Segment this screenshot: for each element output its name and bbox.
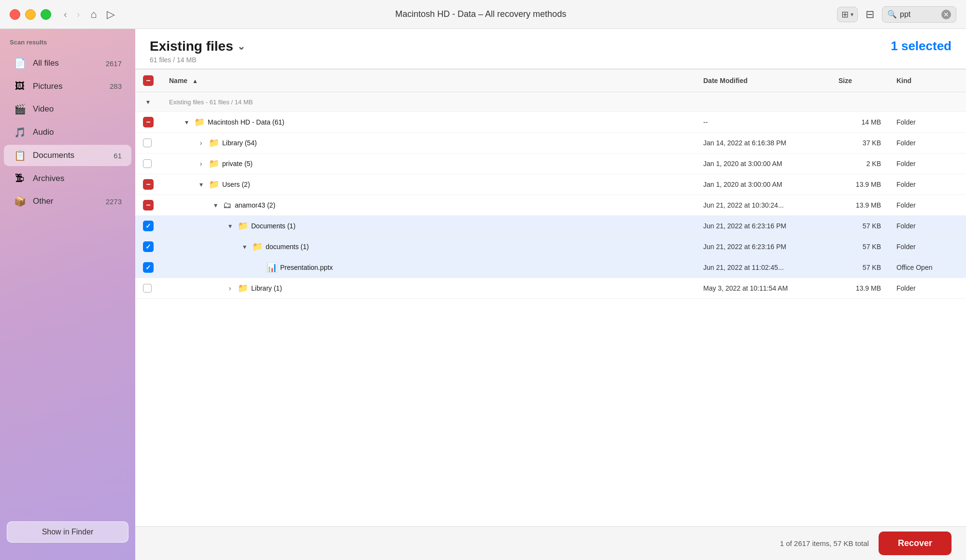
col-date-header[interactable]: Date Modified (696, 70, 831, 92)
table-row: ▾ 📁 Documents (1) Jun 21, 2022 at 6:23:1… (135, 216, 966, 237)
file-name: documents (1) (266, 243, 309, 251)
row-checkbox-empty[interactable] (143, 284, 152, 293)
content-title-area: Existing files ⌄ 61 files / 14 MB (150, 39, 245, 64)
sidebar-item-label: All files (33, 58, 99, 68)
file-table: Name ▲ Date Modified Size Kind ▾ (135, 69, 966, 299)
col-size-header[interactable]: Size (831, 70, 889, 92)
row-checkbox-cell[interactable] (135, 257, 161, 278)
content-area: Existing files ⌄ 61 files / 14 MB 1 sele… (135, 29, 966, 560)
row-name-cell: › 📁 Library (54) (161, 133, 696, 154)
row-expand-button[interactable]: ▾ (225, 221, 235, 231)
row-checkbox-cell[interactable] (135, 195, 161, 216)
folder-icon: 📁 (238, 283, 248, 294)
search-input[interactable] (900, 10, 938, 19)
row-date-cell: Jun 21, 2022 at 6:23:16 PM (696, 216, 831, 237)
other-icon: 📦 (14, 196, 26, 207)
group-header-row: ▾ Existing files - 61 files / 14 MB (135, 92, 966, 112)
row-expand-button[interactable]: ▾ (182, 117, 191, 127)
row-checkbox-check[interactable] (143, 241, 154, 252)
table-header-row: Name ▲ Date Modified Size Kind (135, 70, 966, 92)
row-expand-button[interactable]: › (196, 138, 206, 148)
filter-button[interactable]: ⊟ (866, 8, 874, 21)
sidebar-item-count: 283 (110, 82, 122, 90)
content-title-button[interactable]: Existing files ⌄ (150, 39, 245, 54)
file-name: Documents (1) (251, 222, 296, 230)
close-button[interactable] (10, 9, 20, 20)
row-checkbox-check[interactable] (143, 262, 154, 273)
row-expand-button[interactable]: ▾ (211, 200, 220, 210)
file-name: Presentation.pptx (280, 264, 333, 271)
sidebar-item-pictures[interactable]: 🖼 Pictures 283 (4, 76, 131, 97)
fullscreen-button[interactable] (41, 9, 51, 20)
content-title-text: Existing files (150, 39, 233, 54)
row-name-cell: 📊 Presentation.pptx (161, 257, 696, 278)
row-size-cell: 13.9 MB (831, 195, 889, 216)
audio-icon: 🎵 (14, 126, 26, 138)
sort-icon: ▲ (192, 78, 198, 84)
window-title: Macintosh HD - Data – All recovery metho… (125, 9, 837, 19)
row-expand-button[interactable]: ▾ (240, 242, 249, 252)
row-checkbox-minus[interactable] (143, 200, 154, 210)
view-toggle-button[interactable]: ⊞ ▾ (837, 7, 858, 22)
nav-buttons: ‹ › (61, 7, 83, 22)
row-checkbox-cell[interactable] (135, 154, 161, 174)
recover-button[interactable]: Recover (879, 532, 952, 555)
row-expand-button[interactable]: ▾ (196, 180, 206, 189)
select-all-checkbox[interactable] (143, 75, 154, 86)
bottom-bar: 1 of 2617 items, 57 KB total Recover (135, 526, 966, 560)
sidebar-section-label: Scan results (0, 39, 135, 52)
sidebar-item-documents[interactable]: 📋 Documents 61 (4, 145, 131, 166)
sidebar: Scan results 📄 All files 2617 🖼 Pictures… (0, 29, 135, 560)
sidebar-item-audio[interactable]: 🎵 Audio (4, 122, 131, 143)
search-clear-button[interactable]: ✕ (941, 10, 951, 19)
chevron-icon: ⌄ (237, 41, 245, 52)
folder-icon: 📁 (209, 138, 219, 148)
row-expand-button[interactable]: › (196, 159, 206, 168)
file-name: Library (1) (251, 284, 282, 292)
pictures-icon: 🖼 (14, 81, 26, 92)
show-in-finder-button[interactable]: Show in Finder (7, 521, 128, 543)
folder-icon: 📁 (238, 221, 248, 231)
home-button[interactable]: ⌂ (90, 8, 97, 21)
col-name-header[interactable]: Name ▲ (161, 70, 696, 92)
group-header-collapse[interactable]: ▾ (135, 92, 161, 112)
minimize-button[interactable] (25, 9, 36, 20)
file-table-container[interactable]: Name ▲ Date Modified Size Kind ▾ (135, 69, 966, 526)
row-checkbox-minus[interactable] (143, 179, 154, 190)
row-date-cell: Jan 1, 2020 at 3:00:00 AM (696, 154, 831, 174)
collapse-group-button[interactable]: ▾ (143, 97, 153, 107)
row-kind-cell: Folder (889, 133, 966, 154)
sidebar-item-count: 61 (114, 152, 122, 160)
row-checkbox-cell[interactable] (135, 278, 161, 299)
row-checkbox-cell[interactable] (135, 237, 161, 257)
chevron-down-icon: ▾ (851, 11, 853, 18)
back-button[interactable]: ‹ (61, 7, 70, 22)
col-kind-header[interactable]: Kind (889, 70, 966, 92)
sidebar-item-archives[interactable]: 🗜 Archives (4, 168, 131, 189)
row-date-cell: May 3, 2022 at 10:11:54 AM (696, 278, 831, 299)
row-size-cell: 57 KB (831, 237, 889, 257)
sidebar-item-label: Documents (33, 151, 107, 160)
forward-button[interactable]: › (74, 7, 83, 22)
folder-icon: 📁 (209, 179, 219, 190)
row-kind-cell: Folder (889, 112, 966, 133)
main-layout: Scan results 📄 All files 2617 🖼 Pictures… (0, 29, 966, 560)
row-expand-button[interactable]: › (225, 283, 235, 293)
row-checkbox-cell[interactable] (135, 216, 161, 237)
row-size-cell: 14 MB (831, 112, 889, 133)
sidebar-item-video[interactable]: 🎬 Video (4, 98, 131, 120)
row-checkbox-cell[interactable] (135, 112, 161, 133)
sidebar-item-all-files[interactable]: 📄 All files 2617 (4, 53, 131, 74)
scan-button[interactable]: ▷ (107, 8, 115, 21)
sidebar-item-other[interactable]: 📦 Other 2273 (4, 191, 131, 212)
row-checkbox-empty[interactable] (143, 159, 152, 168)
row-checkbox-minus[interactable] (143, 117, 154, 127)
col-checkbox-header[interactable] (135, 70, 161, 92)
file-name: Users (2) (222, 181, 250, 188)
row-kind-cell: Folder (889, 237, 966, 257)
row-checkbox-cell[interactable] (135, 174, 161, 195)
row-checkbox-cell[interactable] (135, 133, 161, 154)
row-size-cell: 13.9 MB (831, 278, 889, 299)
row-checkbox-check[interactable] (143, 221, 154, 231)
row-checkbox-empty[interactable] (143, 139, 152, 147)
